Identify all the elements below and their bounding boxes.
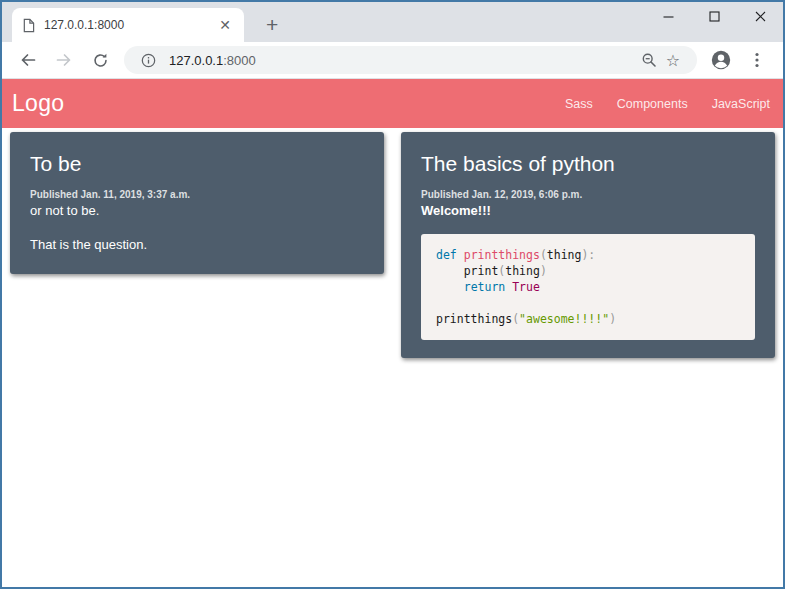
minimize-icon bbox=[663, 11, 674, 22]
kebab-menu-icon bbox=[750, 52, 764, 68]
minimize-button[interactable] bbox=[645, 2, 691, 30]
forward-button[interactable] bbox=[51, 47, 77, 73]
page-content: To be Published Jan. 11, 2019, 3:37 a.m.… bbox=[2, 128, 783, 587]
post-title: To be bbox=[30, 152, 364, 176]
tab-strip: 127.0.0.1:8000 ✕ + bbox=[2, 2, 783, 42]
brand-logo[interactable]: Logo bbox=[12, 90, 64, 117]
nav-link-javascript[interactable]: JavaScript bbox=[712, 97, 770, 111]
nav-link-components[interactable]: Components bbox=[617, 97, 688, 111]
tab-close-icon[interactable]: ✕ bbox=[216, 17, 234, 33]
url-host: 127.0.0.1 bbox=[169, 53, 223, 68]
post-published-date: Published Jan. 11, 2019, 3:37 a.m. bbox=[30, 189, 364, 200]
back-arrow-icon bbox=[19, 51, 37, 69]
star-icon: ☆ bbox=[666, 51, 680, 70]
tab-title: 127.0.0.1:8000 bbox=[44, 18, 216, 32]
close-icon bbox=[755, 11, 766, 22]
bookmark-button[interactable]: ☆ bbox=[661, 48, 685, 72]
window-controls bbox=[645, 2, 783, 30]
close-window-button[interactable] bbox=[737, 2, 783, 30]
nav-link-sass[interactable]: Sass bbox=[565, 97, 593, 111]
address-bar[interactable]: 127.0.0.1:8000 ☆ bbox=[124, 46, 697, 74]
maximize-icon bbox=[709, 11, 720, 22]
post-title: The basics of python bbox=[421, 152, 755, 176]
browser-window: 127.0.0.1:8000 ✕ + bbox=[0, 0, 785, 589]
post-published-date: Published Jan. 12, 2019, 6:06 p.m. bbox=[421, 189, 755, 200]
avatar-icon bbox=[710, 49, 732, 71]
info-icon[interactable] bbox=[136, 48, 160, 72]
code-block: def printthings(thing): print(thing) ret… bbox=[421, 234, 755, 340]
reload-icon bbox=[92, 52, 109, 69]
browser-tab[interactable]: 127.0.0.1:8000 ✕ bbox=[12, 8, 244, 42]
maximize-button[interactable] bbox=[691, 2, 737, 30]
post-intro: Welcome!!! bbox=[421, 203, 755, 218]
document-icon bbox=[22, 18, 35, 33]
post-paragraph: That is the question. bbox=[30, 237, 364, 253]
browser-toolbar: 127.0.0.1:8000 ☆ bbox=[2, 42, 783, 79]
reload-button[interactable] bbox=[87, 47, 113, 73]
site-navbar: Logo Sass Components JavaScript bbox=[2, 79, 783, 128]
browser-menu-button[interactable] bbox=[744, 47, 770, 73]
profile-button[interactable] bbox=[708, 47, 734, 73]
nav-links: Sass Components JavaScript bbox=[565, 97, 770, 111]
url-port: :8000 bbox=[223, 53, 256, 68]
post-paragraph: or not to be. bbox=[30, 203, 364, 219]
post-card-to-be: To be Published Jan. 11, 2019, 3:37 a.m.… bbox=[10, 132, 384, 274]
back-button[interactable] bbox=[15, 47, 41, 73]
magnifier-icon bbox=[641, 52, 657, 68]
plus-icon: + bbox=[266, 13, 278, 36]
zoom-button[interactable] bbox=[637, 48, 661, 72]
new-tab-button[interactable]: + bbox=[260, 15, 284, 35]
post-card-python-basics: The basics of python Published Jan. 12, … bbox=[401, 132, 775, 358]
url-text: 127.0.0.1:8000 bbox=[169, 53, 637, 68]
forward-arrow-icon bbox=[55, 51, 73, 69]
